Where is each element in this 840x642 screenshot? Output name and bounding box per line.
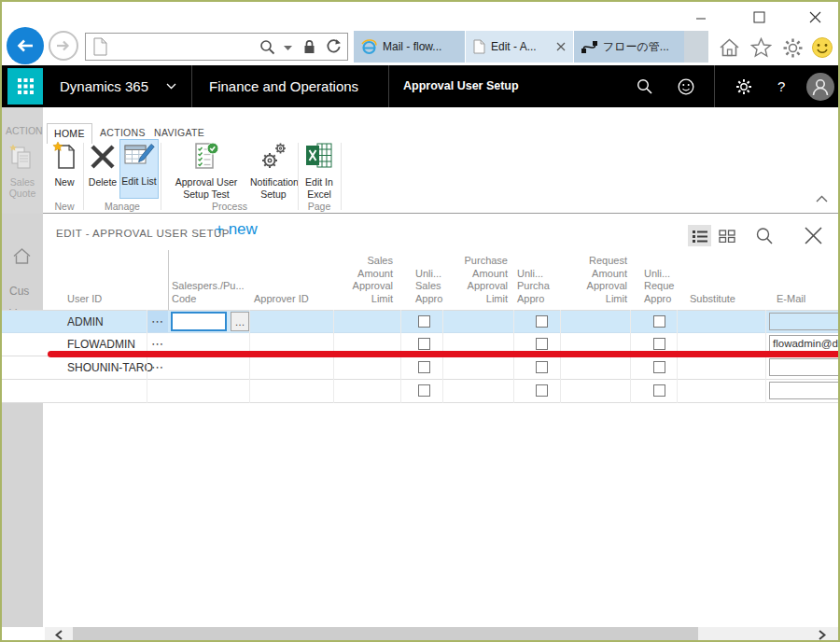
search-icon[interactable] (752, 224, 776, 247)
home-icon[interactable] (717, 35, 741, 60)
page-title: EDIT - APPROVAL USER SETUP (56, 228, 230, 239)
product-label[interactable]: Finance and Operations (209, 65, 358, 107)
divider (298, 143, 299, 210)
unlimited-request-checkbox[interactable] (653, 361, 665, 373)
scroll-right-arrow[interactable] (812, 627, 833, 642)
brand-caret-icon[interactable] (166, 83, 176, 90)
unlimited-request-checkbox[interactable] (653, 315, 665, 328)
row-more-button[interactable]: ⋯ (147, 356, 168, 378)
tab-mail[interactable]: Mail - flow... (354, 31, 465, 63)
new-button[interactable]: New (47, 141, 82, 188)
unlimited-purchase-checkbox[interactable] (536, 361, 548, 373)
search-icon[interactable] (635, 77, 655, 96)
lock-icon (301, 38, 317, 55)
search-icon[interactable] (259, 39, 275, 55)
new-record-action[interactable]: + new (215, 220, 258, 239)
close-page-icon[interactable] (801, 223, 825, 247)
edit-in-excel-button[interactable]: Edit In Excel (301, 141, 338, 200)
refresh-icon[interactable] (325, 38, 342, 55)
window-maximize-button[interactable] (747, 7, 771, 26)
column-header-sales-limit[interactable]: Sales Amount Approval Limit (333, 255, 393, 305)
settings-gear-icon[interactable] (780, 35, 805, 60)
unlimited-purchase-checkbox[interactable] (536, 315, 548, 328)
unlimited-request-checkbox[interactable] (653, 384, 665, 397)
table-header: User ID Salespers./Pu... Code Approver I… (2, 249, 840, 309)
feedback-smiley-icon[interactable] (676, 77, 696, 96)
notification-setup-button[interactable]: Notification Setup (250, 141, 297, 200)
table-row-shounin-taro[interactable]: SHOUNIN-TARO ⋯ (2, 356, 840, 380)
tab-edit[interactable]: Edit - A... (466, 31, 573, 63)
unlimited-sales-checkbox[interactable] (418, 338, 430, 350)
user-id-cell[interactable]: ADMIN (67, 311, 104, 333)
ribbon-collapse-chevron-icon[interactable] (816, 195, 828, 202)
unlimited-purchase-checkbox[interactable] (536, 338, 548, 350)
help-icon[interactable]: ? (777, 65, 785, 107)
assist-edit-button[interactable]: … (231, 312, 249, 331)
card-view-toggle-button[interactable] (715, 225, 738, 246)
new-document-icon (47, 141, 82, 174)
waffle-icon (18, 78, 34, 94)
sales-quote-icon (7, 143, 37, 174)
email-cell[interactable] (769, 382, 840, 399)
edit-list-button[interactable]: Edit List (119, 139, 159, 199)
tab-close-icon[interactable] (556, 42, 566, 51)
excel-icon (301, 141, 338, 174)
unlimited-sales-checkbox[interactable] (418, 315, 430, 328)
user-id-cell[interactable]: SHOUNIN-TARO (67, 356, 153, 379)
button-label: New (47, 176, 82, 188)
unlimited-request-checkbox[interactable] (653, 338, 665, 350)
email-cell[interactable] (769, 313, 840, 330)
user-avatar[interactable] (806, 73, 834, 101)
list-view-icon (693, 230, 707, 243)
scroll-left-arrow[interactable] (49, 627, 69, 642)
address-bar[interactable] (85, 33, 348, 61)
column-header-salesperson-code[interactable]: Salespers./Pu... Code (172, 280, 248, 305)
window-close-button[interactable] (803, 7, 827, 26)
column-header-unlimited-request[interactable]: Unli... Reque Appro (644, 268, 683, 306)
unlimited-sales-checkbox[interactable] (418, 384, 430, 397)
approval-user-setup-test-button[interactable]: Approval User Setup Test (162, 141, 250, 200)
tab-flow[interactable]: フローの管... (574, 31, 684, 63)
unlimited-purchase-checkbox[interactable] (536, 384, 548, 397)
column-header-substitute[interactable]: Substitute (690, 293, 755, 306)
close-icon (809, 11, 821, 23)
browser-window: Mail - flow... Edit - A... フローの管... Dyna… (0, 0, 840, 642)
dropdown-caret-icon[interactable] (284, 46, 292, 50)
feedback-smiley-icon[interactable] (810, 35, 834, 60)
column-header-email[interactable]: E-Mail (777, 293, 833, 306)
unlimited-sales-checkbox[interactable] (418, 361, 430, 373)
table-row-empty[interactable] (2, 380, 840, 403)
ie-icon (361, 39, 377, 55)
background-ribbon-tab: ACTION (6, 125, 43, 136)
favorites-star-icon[interactable] (749, 35, 773, 60)
scrollbar-thumb[interactable] (73, 627, 698, 642)
salesperson-code-input[interactable] (171, 312, 227, 331)
column-header-purchase-limit[interactable]: Purchase Amount Approval Limit (442, 255, 508, 305)
table-row-admin[interactable]: ADMIN ⋯ … (2, 310, 840, 333)
back-button[interactable] (7, 27, 44, 64)
settings-gear-icon[interactable] (734, 77, 754, 96)
page-icon (93, 37, 108, 56)
row-more-button[interactable]: ⋯ (147, 311, 168, 332)
column-header-request-limit[interactable]: Request Amount Approval Limit (560, 255, 627, 305)
app-launcher-waffle-button[interactable] (7, 68, 43, 105)
flow-icon (581, 41, 597, 53)
column-header-user-id[interactable]: User ID (67, 293, 147, 306)
list-view-toggle-button[interactable] (688, 225, 711, 246)
column-header-unlimited-purchase[interactable]: Unli... Purcha Appro (517, 268, 558, 306)
window-titlebar (2, 2, 838, 30)
email-cell[interactable] (769, 358, 840, 376)
window-minimize-button[interactable] (689, 7, 713, 26)
delete-button[interactable]: Delete (86, 141, 119, 188)
button-label: Approval User Setup Test (162, 176, 250, 200)
current-page-label: Approval User Setup (403, 65, 519, 107)
forward-button (49, 31, 78, 61)
ribbon-group-label: New (47, 201, 82, 212)
edit-table-icon (120, 140, 158, 174)
divider (83, 143, 84, 210)
brand-label[interactable]: Dynamics 365 (60, 65, 148, 107)
column-header-approver-id[interactable]: Approver ID (254, 293, 333, 306)
minimize-icon (695, 11, 707, 22)
forward-arrow-icon (55, 39, 72, 52)
back-arrow-icon (15, 37, 35, 54)
